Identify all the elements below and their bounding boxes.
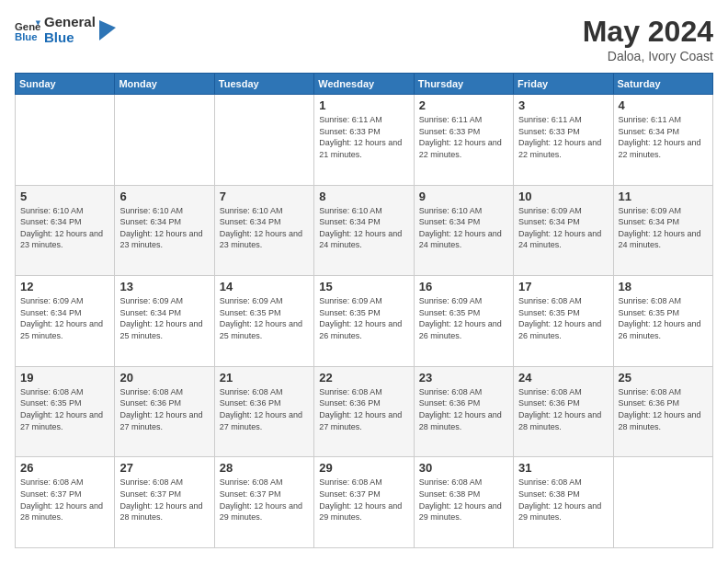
calendar-cell: 20Sunrise: 6:08 AM Sunset: 6:36 PM Dayli…	[115, 366, 214, 457]
calendar-cell	[613, 457, 712, 548]
day-info: Sunrise: 6:08 AM Sunset: 6:35 PM Dayligh…	[20, 386, 109, 432]
day-number: 8	[319, 190, 408, 203]
day-number: 15	[319, 280, 408, 293]
day-info: Sunrise: 6:08 AM Sunset: 6:36 PM Dayligh…	[319, 386, 408, 432]
day-info: Sunrise: 6:08 AM Sunset: 6:37 PM Dayligh…	[20, 477, 109, 523]
calendar-cell: 16Sunrise: 6:09 AM Sunset: 6:35 PM Dayli…	[414, 276, 513, 367]
calendar-cell: 15Sunrise: 6:09 AM Sunset: 6:35 PM Dayli…	[314, 276, 414, 367]
calendar-cell: 19Sunrise: 6:08 AM Sunset: 6:35 PM Dayli…	[16, 366, 115, 457]
day-info: Sunrise: 6:11 AM Sunset: 6:33 PM Dayligh…	[319, 114, 408, 160]
svg-text:Blue: Blue	[15, 31, 38, 42]
calendar-cell: 23Sunrise: 6:08 AM Sunset: 6:36 PM Dayli…	[414, 366, 513, 457]
day-info: Sunrise: 6:08 AM Sunset: 6:38 PM Dayligh…	[518, 477, 608, 523]
calendar-cell: 2Sunrise: 6:11 AM Sunset: 6:33 PM Daylig…	[414, 95, 513, 186]
day-number: 4	[619, 98, 708, 112]
calendar-cell: 6Sunrise: 6:10 AM Sunset: 6:34 PM Daylig…	[115, 185, 214, 276]
main-title: May 2024	[583, 15, 713, 49]
day-number: 14	[220, 280, 309, 293]
header: General Blue General Blue May 2024 Daloa…	[15, 15, 713, 63]
calendar-cell: 7Sunrise: 6:10 AM Sunset: 6:34 PM Daylig…	[214, 185, 313, 276]
calendar-week-4: 19Sunrise: 6:08 AM Sunset: 6:35 PM Dayli…	[16, 366, 713, 457]
day-info: Sunrise: 6:08 AM Sunset: 6:38 PM Dayligh…	[419, 477, 508, 523]
col-thursday: Thursday	[414, 74, 513, 95]
day-info: Sunrise: 6:09 AM Sunset: 6:34 PM Dayligh…	[619, 205, 708, 251]
calendar-cell: 30Sunrise: 6:08 AM Sunset: 6:38 PM Dayli…	[414, 457, 513, 548]
day-number: 25	[619, 371, 708, 385]
calendar-cell	[115, 95, 214, 186]
day-info: Sunrise: 6:11 AM Sunset: 6:33 PM Dayligh…	[419, 114, 508, 160]
day-info: Sunrise: 6:09 AM Sunset: 6:35 PM Dayligh…	[419, 295, 508, 341]
day-number: 23	[419, 371, 508, 385]
calendar-week-3: 12Sunrise: 6:09 AM Sunset: 6:34 PM Dayli…	[16, 276, 713, 367]
day-info: Sunrise: 6:10 AM Sunset: 6:34 PM Dayligh…	[419, 205, 508, 251]
calendar-cell: 8Sunrise: 6:10 AM Sunset: 6:34 PM Daylig…	[314, 185, 414, 276]
calendar-cell: 14Sunrise: 6:09 AM Sunset: 6:35 PM Dayli…	[214, 276, 313, 367]
calendar-cell: 26Sunrise: 6:08 AM Sunset: 6:37 PM Dayli…	[16, 457, 115, 548]
col-wednesday: Wednesday	[314, 74, 414, 95]
logo-triangle	[99, 20, 116, 40]
col-saturday: Saturday	[613, 74, 712, 95]
day-number: 26	[20, 461, 109, 475]
calendar-cell: 18Sunrise: 6:08 AM Sunset: 6:35 PM Dayli…	[613, 276, 712, 367]
calendar-cell: 22Sunrise: 6:08 AM Sunset: 6:36 PM Dayli…	[314, 366, 414, 457]
calendar-week-5: 26Sunrise: 6:08 AM Sunset: 6:37 PM Dayli…	[16, 457, 713, 548]
day-info: Sunrise: 6:08 AM Sunset: 6:37 PM Dayligh…	[220, 477, 309, 523]
day-number: 5	[20, 190, 109, 203]
day-number: 6	[119, 190, 209, 203]
calendar-cell: 11Sunrise: 6:09 AM Sunset: 6:34 PM Dayli…	[613, 185, 712, 276]
calendar-cell: 5Sunrise: 6:10 AM Sunset: 6:34 PM Daylig…	[16, 185, 115, 276]
day-number: 24	[518, 371, 608, 385]
day-info: Sunrise: 6:09 AM Sunset: 6:35 PM Dayligh…	[319, 295, 408, 341]
subtitle: Daloa, Ivory Coast	[583, 49, 713, 63]
day-info: Sunrise: 6:08 AM Sunset: 6:37 PM Dayligh…	[319, 477, 408, 523]
calendar-cell	[214, 95, 313, 186]
calendar-cell: 24Sunrise: 6:08 AM Sunset: 6:36 PM Dayli…	[514, 366, 613, 457]
day-info: Sunrise: 6:08 AM Sunset: 6:36 PM Dayligh…	[518, 386, 608, 432]
day-info: Sunrise: 6:09 AM Sunset: 6:35 PM Dayligh…	[220, 295, 309, 341]
day-info: Sunrise: 6:08 AM Sunset: 6:35 PM Dayligh…	[518, 295, 608, 341]
day-number: 30	[419, 461, 508, 475]
day-info: Sunrise: 6:08 AM Sunset: 6:36 PM Dayligh…	[220, 386, 309, 432]
logo: General Blue General Blue	[15, 15, 116, 45]
col-tuesday: Tuesday	[214, 74, 313, 95]
col-monday: Monday	[115, 74, 214, 95]
day-number: 1	[319, 98, 408, 112]
calendar-week-2: 5Sunrise: 6:10 AM Sunset: 6:34 PM Daylig…	[16, 185, 713, 276]
day-info: Sunrise: 6:10 AM Sunset: 6:34 PM Dayligh…	[319, 205, 408, 251]
day-info: Sunrise: 6:09 AM Sunset: 6:34 PM Dayligh…	[20, 295, 109, 341]
day-info: Sunrise: 6:08 AM Sunset: 6:37 PM Dayligh…	[119, 477, 209, 523]
day-number: 11	[619, 190, 708, 203]
day-number: 21	[220, 371, 309, 385]
calendar-table: Sunday Monday Tuesday Wednesday Thursday…	[15, 73, 713, 548]
calendar-cell: 12Sunrise: 6:09 AM Sunset: 6:34 PM Dayli…	[16, 276, 115, 367]
calendar-cell: 13Sunrise: 6:09 AM Sunset: 6:34 PM Dayli…	[115, 276, 214, 367]
calendar-cell: 17Sunrise: 6:08 AM Sunset: 6:35 PM Dayli…	[514, 276, 613, 367]
logo-icon: General Blue	[15, 17, 40, 43]
day-number: 16	[419, 280, 508, 293]
calendar-cell: 29Sunrise: 6:08 AM Sunset: 6:37 PM Dayli…	[314, 457, 414, 548]
calendar-cell: 25Sunrise: 6:08 AM Sunset: 6:36 PM Dayli…	[613, 366, 712, 457]
page: General Blue General Blue May 2024 Daloa…	[0, 0, 728, 563]
day-number: 13	[119, 280, 209, 293]
day-info: Sunrise: 6:10 AM Sunset: 6:34 PM Dayligh…	[119, 205, 209, 251]
col-friday: Friday	[514, 74, 613, 95]
calendar-cell: 10Sunrise: 6:09 AM Sunset: 6:34 PM Dayli…	[514, 185, 613, 276]
svg-text:General: General	[15, 21, 40, 32]
day-number: 7	[220, 190, 309, 203]
day-number: 28	[220, 461, 309, 475]
calendar-cell: 9Sunrise: 6:10 AM Sunset: 6:34 PM Daylig…	[414, 185, 513, 276]
calendar-cell: 21Sunrise: 6:08 AM Sunset: 6:36 PM Dayli…	[214, 366, 313, 457]
day-info: Sunrise: 6:11 AM Sunset: 6:34 PM Dayligh…	[619, 114, 708, 160]
calendar-week-1: 1Sunrise: 6:11 AM Sunset: 6:33 PM Daylig…	[16, 95, 713, 186]
day-info: Sunrise: 6:08 AM Sunset: 6:36 PM Dayligh…	[419, 386, 508, 432]
col-sunday: Sunday	[16, 74, 115, 95]
day-info: Sunrise: 6:09 AM Sunset: 6:34 PM Dayligh…	[119, 295, 209, 341]
day-info: Sunrise: 6:08 AM Sunset: 6:36 PM Dayligh…	[119, 386, 209, 432]
calendar-cell: 31Sunrise: 6:08 AM Sunset: 6:38 PM Dayli…	[514, 457, 613, 548]
day-info: Sunrise: 6:08 AM Sunset: 6:35 PM Dayligh…	[619, 295, 708, 341]
day-number: 20	[119, 371, 209, 385]
svg-marker-3	[99, 20, 116, 40]
day-number: 22	[319, 371, 408, 385]
day-number: 12	[20, 280, 109, 293]
calendar-header-row: Sunday Monday Tuesday Wednesday Thursday…	[16, 74, 713, 95]
